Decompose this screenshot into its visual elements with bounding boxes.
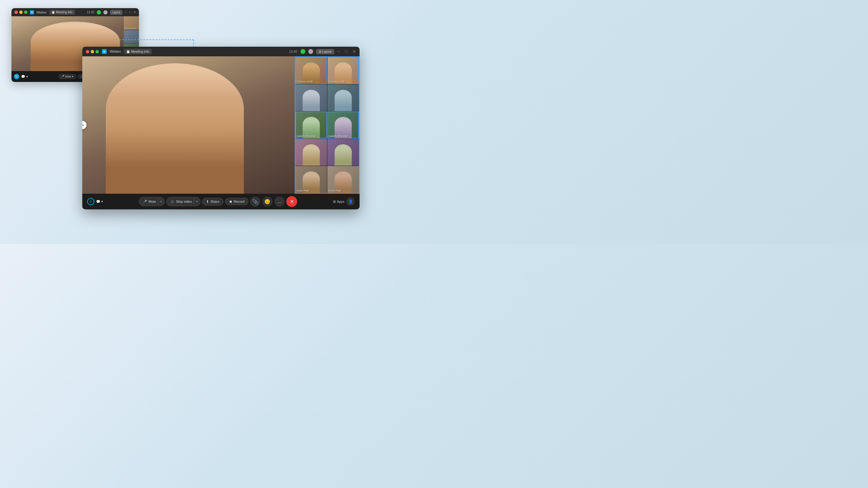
webex-logo-front: W <box>102 49 107 54</box>
win-controls-front: ─ □ ✕ <box>337 49 356 54</box>
thumb-cell-1[interactable]: Clarissa Smith <box>296 57 327 84</box>
close-icon-front[interactable]: ✕ <box>352 49 356 54</box>
status-dot2-back <box>103 10 107 14</box>
toolbar-left: ↻ 💬 ▾ <box>87 198 103 205</box>
mute-chevron: ▾ <box>160 200 162 203</box>
maximize-btn-front[interactable] <box>96 50 99 53</box>
share-icon-front: ⬆ <box>206 200 209 204</box>
thumb-cell-2[interactable]: Clarissa Smith <box>327 57 359 84</box>
video-icon-front: 🎥 <box>170 200 175 204</box>
apps-icon-front: ⊞ <box>333 200 336 204</box>
titlebar-front: W Webex 📋 Meeting info 12:40 ⊞ Layout ─ … <box>82 47 360 56</box>
emoji-btn[interactable]: 😊 <box>262 196 273 207</box>
thumb-cell-9[interactable]: Umar Patel <box>296 166 327 193</box>
minimize-btn-front[interactable] <box>91 50 94 53</box>
main-area-front: ⇔ Clarissa Smith Clarissa Smith <box>82 56 360 194</box>
close-btn-front[interactable] <box>86 50 89 53</box>
main-speaker-front <box>106 63 244 194</box>
chat-btn-front[interactable]: 💬 ▾ <box>96 200 103 204</box>
maximize-btn-back[interactable] <box>24 10 27 14</box>
thumb-cell-5[interactable]: Isabelle Brennan <box>296 111 327 138</box>
layout-btn-front[interactable]: ⊞ Layout <box>316 49 334 54</box>
window-controls-front <box>86 50 99 53</box>
thumb-name-9: Umar Patel <box>297 189 326 192</box>
thumb-cell-4[interactable] <box>327 84 359 111</box>
thumb-name-1: Clarissa Smith <box>297 80 326 83</box>
toolbar-right: ⊞ Apps 👤 <box>333 197 355 206</box>
brand-name-front: Webex <box>110 50 121 54</box>
stop-video-btn-front[interactable]: 🎥 Stop video ▾ <box>166 197 200 206</box>
apps-btn-front[interactable]: ⊞ Apps <box>333 200 344 204</box>
toolbar-center: 🎤 Mute ▾ 🎥 Stop video ▾ ⬆ Share ⏺ Record… <box>105 196 331 207</box>
share-btn-front[interactable]: ⬆ Share <box>202 198 223 205</box>
mute-btn-back[interactable]: 🎤 Mute ▾ <box>59 74 76 79</box>
chat-icon-front: 💬 <box>96 200 100 204</box>
video-chevron: ▾ <box>196 200 198 203</box>
thumb-cell-7[interactable] <box>296 139 327 166</box>
participants-btn-front[interactable]: 👤 <box>346 197 355 206</box>
thumb-name-2: Clarissa Smith <box>329 80 358 83</box>
minimize-icon-front[interactable]: ─ <box>337 49 340 54</box>
thumb-clarissa-back[interactable]: Clarissa Smith <box>124 16 139 30</box>
thumb-2-back[interactable] <box>124 30 139 44</box>
status-dot2-front <box>308 49 313 54</box>
end-call-btn[interactable]: ✕ <box>286 196 297 207</box>
toolbar-front: ↻ 💬 ▾ 🎤 Mute ▾ 🎥 Stop video ▾ ⬆ Share <box>82 194 360 209</box>
close-btn-back[interactable] <box>14 10 18 14</box>
maximize-icon-back[interactable]: □ <box>129 10 131 14</box>
attachments-btn[interactable]: 📎 <box>250 196 260 207</box>
thumb-name-10: Umar Patel <box>329 189 358 192</box>
thumb-cell-6[interactable]: Isabelle Brennan <box>327 111 359 138</box>
minimize-icon-back[interactable]: ─ <box>125 10 127 14</box>
titlebar-right-front: 12:40 ⊞ Layout ─ □ ✕ <box>289 49 356 54</box>
meeting-info-tab-back[interactable]: 📋 Meeting info <box>49 10 75 15</box>
person-4 <box>335 90 352 111</box>
webex-logo-back: W <box>30 10 34 14</box>
layout-btn-back[interactable]: Layout <box>110 10 122 15</box>
thumb-name-6: Isabelle Brennan <box>329 135 358 138</box>
person-8 <box>335 144 352 166</box>
thumb-cell-8[interactable] <box>327 139 359 166</box>
titlebar-right-back: 12:40 Layout ─ □ ✕ <box>87 10 136 15</box>
thumb-bg-3 <box>296 84 327 111</box>
chevron-mute-back: ▾ <box>72 75 73 78</box>
chat-chevron-front: ▾ <box>101 200 103 204</box>
window-controls-back <box>14 10 27 14</box>
front-window: W Webex 📋 Meeting info 12:40 ⊞ Layout ─ … <box>82 47 360 209</box>
mic-icon-front: 🎤 <box>143 200 147 204</box>
status-icon-front: ↻ <box>87 198 94 205</box>
status-dot-front <box>301 49 305 54</box>
mute-btn-front[interactable]: 🎤 Mute ▾ <box>139 197 164 206</box>
minimize-btn-back[interactable] <box>19 10 23 14</box>
thumb-bg-4 <box>327 84 359 111</box>
brand-name-back: Webex <box>36 10 47 14</box>
thumb-label-clarissa-back: Clarissa Smith <box>124 27 138 29</box>
thumb-cell-3[interactable] <box>296 84 327 111</box>
titlebar-back: W Webex 📋 Meeting info 12:40 Layout ─ □ … <box>11 8 139 16</box>
thumb-cell-10[interactable]: Umar Patel <box>327 166 359 193</box>
thumbnail-panel-front: Clarissa Smith Clarissa Smith <box>295 56 360 194</box>
more-btn-front[interactable]: ... <box>274 196 284 207</box>
status-circle-back: ↻ <box>14 74 19 79</box>
mute-sep <box>158 199 158 204</box>
close-icon-back[interactable]: ✕ <box>133 10 136 14</box>
person-3 <box>303 90 320 111</box>
person-7 <box>303 144 320 166</box>
record-btn-front[interactable]: ⏺ Record <box>225 198 248 205</box>
thumb-bg-8 <box>327 139 359 166</box>
video-sep <box>194 199 194 204</box>
thumb-name-5: Isabelle Brennan <box>297 135 326 138</box>
mic-icon-back: 🎤 <box>61 75 64 78</box>
maximize-icon-front[interactable]: □ <box>345 49 347 54</box>
thumb-bg-7 <box>296 139 327 166</box>
chat-btn-back[interactable]: 💬 ▾ <box>21 75 28 78</box>
main-video-front <box>82 56 295 194</box>
layout-icon-front: ⊞ <box>319 50 321 53</box>
meeting-info-tab-front[interactable]: 📋 Meeting info <box>124 49 152 54</box>
record-icon-front: ⏺ <box>229 200 232 203</box>
status-dot-back <box>97 10 101 14</box>
